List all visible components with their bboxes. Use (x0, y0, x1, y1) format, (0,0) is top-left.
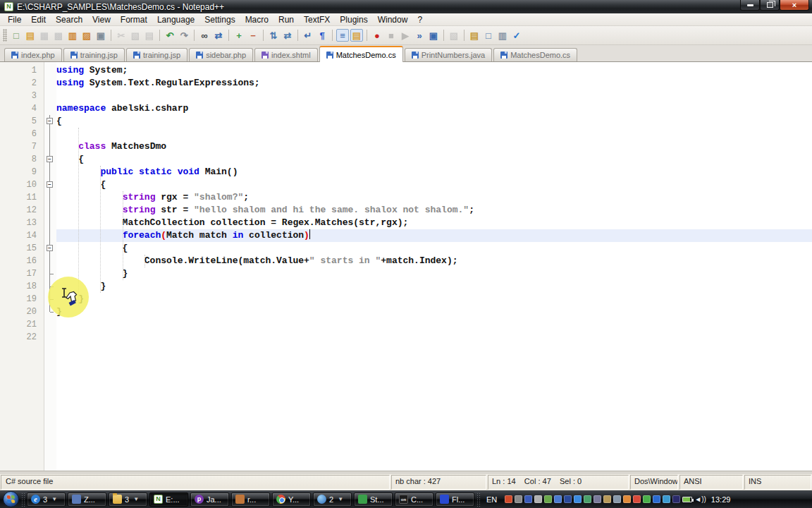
macro-save-icon[interactable]: ▣ (427, 29, 440, 42)
taskbar-button-flash[interactable]: Fl... (436, 492, 474, 507)
menu-search[interactable]: Search (51, 13, 87, 25)
taskbar-button-java-app[interactable]: pJa... (190, 492, 229, 507)
tray-icon[interactable] (534, 495, 542, 503)
tray-icon[interactable] (544, 495, 552, 503)
code-editor[interactable]: 1using System;2using System.Text.Regular… (0, 62, 812, 471)
sync-horizontal-icon[interactable]: ⇄ (281, 29, 294, 42)
fold-margin[interactable]: − (44, 115, 56, 128)
zoom-out-icon[interactable]: − (247, 29, 259, 42)
fold-collapse-icon[interactable]: − (47, 181, 53, 188)
tray-icon[interactable] (515, 495, 522, 503)
line-number[interactable]: 17 (0, 267, 44, 280)
tab-training-jsp[interactable]: training.jsp (63, 48, 125, 61)
menu-help[interactable]: ? (412, 13, 427, 25)
sync-vertical-icon[interactable]: ⇅ (267, 29, 280, 42)
taskbar-button-browser-group[interactable]: 2▼ (313, 492, 352, 507)
code-line[interactable]: 6 (0, 128, 812, 140)
code-line[interactable]: 18 } (0, 280, 812, 293)
line-number[interactable]: 12 (0, 204, 44, 217)
battery-icon[interactable] (682, 497, 692, 502)
code-line[interactable]: 3 (0, 90, 812, 102)
menu-edit[interactable]: Edit (26, 13, 51, 25)
tray-icon[interactable] (584, 495, 591, 503)
line-number[interactable]: 19 (0, 293, 44, 306)
menu-view[interactable]: View (87, 13, 116, 25)
tray-icon[interactable] (613, 495, 621, 503)
line-number[interactable]: 4 (0, 102, 44, 115)
menu-settings[interactable]: Settings (199, 13, 240, 25)
undo-icon[interactable]: ↶ (164, 29, 176, 42)
code-line[interactable]: 8− { (0, 153, 812, 166)
macro-record-icon[interactable]: ● (371, 29, 383, 42)
line-number[interactable]: 5 (0, 115, 44, 128)
tray-icon[interactable] (524, 495, 532, 503)
menu-macro[interactable]: Macro (240, 13, 273, 25)
taskbar-button-studio[interactable]: St... (354, 492, 393, 507)
code-line[interactable]: 5−{ (0, 115, 812, 128)
line-number[interactable]: 15 (0, 242, 44, 255)
print-icon[interactable]: ▣ (94, 29, 107, 42)
tray-icon[interactable] (593, 495, 601, 503)
fold-margin[interactable]: − (44, 153, 56, 166)
tab-sidebar-php[interactable]: sidebar.php (189, 48, 253, 61)
find-icon[interactable]: ∞ (198, 29, 211, 42)
line-number[interactable]: 14 (0, 229, 44, 242)
macro-stop-icon[interactable]: ■ (385, 29, 398, 42)
tray-icon[interactable] (574, 495, 582, 503)
taskbar-button-camtasia[interactable]: onC... (395, 492, 433, 507)
taskbar-button-resources[interactable]: r... (231, 492, 270, 507)
menu-plugins[interactable]: Plugins (335, 13, 372, 25)
menu-run[interactable]: Run (273, 13, 299, 25)
code-line[interactable]: 15− { (0, 242, 812, 255)
tray-icon[interactable] (623, 495, 631, 503)
line-number[interactable]: 16 (0, 255, 44, 267)
plugin-doc-icon[interactable]: ▥ (496, 29, 509, 42)
macro-play-icon[interactable]: ▶ (399, 29, 412, 42)
redo-icon[interactable]: ↷ (178, 29, 190, 42)
title-bar[interactable]: N E:\CSHARP_SAMPLES\MatchesDemo.cs - Not… (0, 0, 812, 13)
code-line[interactable]: 14 foreach(Match match in collection) (0, 229, 812, 242)
code-line[interactable]: 4namespace abelski.csharp (0, 102, 812, 115)
code-line[interactable]: 21 (0, 318, 812, 331)
close-file-icon[interactable]: ▥ (66, 29, 79, 42)
tray-icon[interactable] (653, 495, 660, 503)
tab-matchesdemo-cs[interactable]: MatchesDemo.cs (319, 46, 403, 62)
indent-guide-icon[interactable]: ≡ (336, 29, 349, 42)
code-line[interactable]: 16 Console.WriteLine(match.Value+" start… (0, 255, 812, 267)
close-button[interactable]: × (780, 0, 809, 11)
fold-margin[interactable]: − (44, 242, 56, 255)
tray-icon[interactable] (633, 495, 641, 503)
chevron-down-icon[interactable]: ▼ (338, 496, 343, 502)
start-button[interactable] (3, 491, 19, 507)
code-line[interactable]: 20} (0, 306, 812, 318)
tab-index-php[interactable]: index.php (4, 48, 62, 61)
code-line[interactable]: 2using System.Text.RegularExpressions; (0, 77, 812, 90)
line-number[interactable]: 7 (0, 140, 44, 153)
language-indicator[interactable]: EN (482, 495, 501, 504)
save-file-icon[interactable]: ▦ (38, 29, 51, 42)
taskbar-button-zoomit[interactable]: Z... (68, 492, 106, 507)
code-line[interactable]: 19 } (0, 293, 812, 306)
fold-collapse-icon[interactable]: − (47, 245, 53, 251)
tray-icon[interactable] (603, 495, 611, 503)
copy-icon[interactable]: ▧ (129, 29, 142, 42)
zoom-in-icon[interactable]: + (233, 29, 245, 42)
trim-icon[interactable]: ▧ (448, 29, 460, 42)
code-line[interactable]: 10− { (0, 179, 812, 191)
open-file-icon[interactable]: ▤ (24, 29, 37, 42)
tab-training-jsp[interactable]: training.jsp (126, 48, 187, 61)
restore-button[interactable] (760, 0, 780, 11)
tray-icon[interactable] (663, 495, 670, 503)
paste-icon[interactable]: ▤ (143, 29, 156, 42)
chevron-down-icon[interactable]: ▼ (133, 496, 139, 502)
speaker-icon[interactable]: ◄)) (694, 495, 706, 503)
menu-file[interactable]: File (3, 13, 26, 25)
tray-icon[interactable] (554, 495, 562, 503)
minimize-button[interactable] (740, 0, 760, 11)
new-file-icon[interactable]: □ (10, 29, 23, 42)
menu-language[interactable]: Language (152, 13, 199, 25)
line-number[interactable]: 8 (0, 153, 44, 166)
close-all-icon[interactable]: ▨ (80, 29, 93, 42)
line-number[interactable]: 9 (0, 166, 44, 179)
code-line[interactable]: 7 class MatchesDmo (0, 140, 812, 153)
